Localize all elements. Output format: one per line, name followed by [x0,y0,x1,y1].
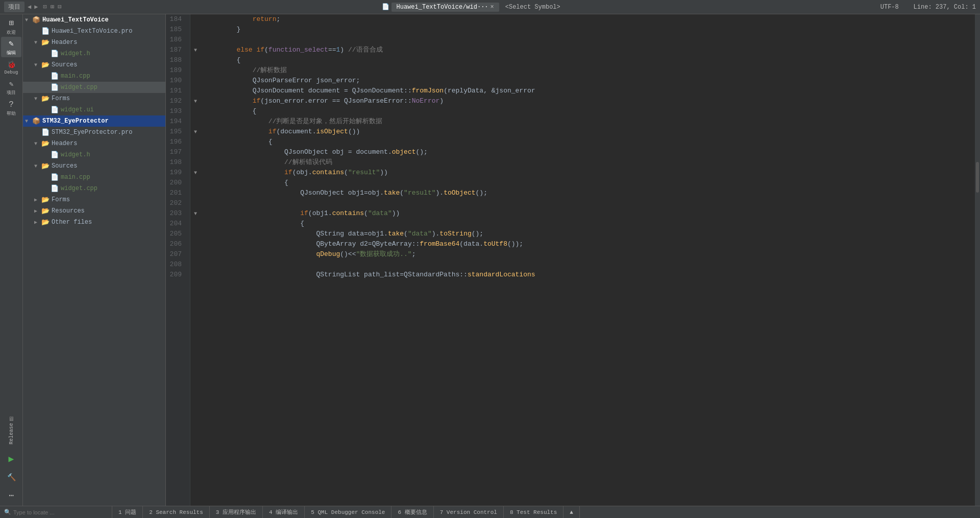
stm32-project-label: STM32_EyeProtector [42,117,109,125]
tree-item-main-cpp1[interactable]: 📄 main.cpp [23,70,165,82]
sidebar-item-help[interactable]: ? 帮助 [1,98,21,119]
search-area[interactable]: 🔍 [0,506,112,518]
tree-item-widget-h1[interactable]: 📄 widget.h [23,48,165,59]
line-202: 202 [166,198,186,208]
edit-label: 编辑 [7,50,16,56]
tree-item-widget-cpp1[interactable]: 📄 widget.cpp [23,82,165,93]
line-208: 208 [166,260,186,270]
line-209: 209 [166,270,186,280]
widget-h2-label: widget.h [61,151,90,158]
tree-item-otherfiles2[interactable]: ▶ 📂 Other files [23,217,165,228]
tab-qml-console[interactable]: 5 QML Debugger Console [305,506,391,518]
build-button[interactable]: 🔨 [3,469,19,485]
collapse-199[interactable]: ▼ [190,168,201,178]
tab-up-arrow[interactable]: ▲ [564,506,580,518]
h2-file-icon: 📄 [51,151,59,159]
tree-item-huawei-project[interactable]: ▼ 📦 Huawei_TextToVoice [23,14,165,26]
active-tab[interactable]: Huawei_TextToVoice/wid··· × [391,3,499,12]
tab-app-output[interactable]: 3 应用程序输出 [210,506,263,518]
more-button[interactable]: ⋯ [3,487,19,504]
code-line-186 [205,35,975,45]
line-207: 207 [166,249,186,260]
tree-item-widget-cpp2[interactable]: 📄 widget.cpp [23,183,165,194]
sources1-label: Sources [52,61,77,68]
project-dropdown[interactable]: 项目 [4,2,24,12]
top-bar-left: 项目 ◀ ▶ ⊡ ⊞ ⊟ [4,2,62,12]
ui-file-icon: 📄 [51,106,59,114]
code-line-184: return; [205,14,975,25]
line-194: 194 [166,116,186,127]
line-193: 193 [166,106,186,116]
code-line-195: if(document.isObject()) [205,127,975,137]
code-line-196: { [205,137,975,147]
code-line-209: QStringList path_list=QStandardPaths::st… [205,270,975,280]
tree-item-headers2[interactable]: ▼ 📂 Headers [23,138,165,149]
sidebar-item-edit[interactable]: ✎ 编辑 [1,37,21,57]
tab-search-results[interactable]: 2 Search Results [143,506,210,518]
huawei-project-label: Huawei_TextToVoice [42,16,109,23]
search-input[interactable] [13,509,108,515]
tree-item-forms2[interactable]: ▶ 📂 Forms [23,194,165,205]
release-label[interactable]: Release [9,423,14,444]
tab-compile-output[interactable]: 4 编译输出 [263,506,305,518]
project-folder-icon: 📦 [32,16,40,24]
arrow-icon: ▼ [34,163,41,169]
help-icon: ? [9,100,14,109]
huawei-pro-label: Huawei_TextToVoice.pro [52,28,132,35]
line-203: 203 [166,208,186,219]
code-line-194: //判断是否是对象，然后开始解析数据 [205,116,975,127]
tree-item-sources1[interactable]: ▼ 📂 Sources [23,59,165,70]
code-line-190: QJsonParseError json_error; [205,76,975,86]
edit-icon: ✎ [9,38,14,49]
tab-test-results[interactable]: 8 Test Results [504,506,564,518]
line-201: 201 [166,188,186,198]
nav-back[interactable]: ◀ [28,3,31,11]
tree-item-widget-ui1[interactable]: 📄 widget.ui [23,104,165,115]
arrow-icon: ▼ [34,141,41,147]
tree-item-main-cpp2[interactable]: 📄 main.cpp [23,172,165,183]
scrollbar-thumb[interactable] [976,162,979,193]
collapse-192[interactable]: ▼ [190,96,201,106]
code-line-204: { [205,219,975,229]
code-line-187: else if(function_select==1) //语音合成 [205,45,975,55]
tab-close-icon[interactable]: × [491,4,494,11]
arrow-icon: ▼ [25,17,32,23]
nav-forward[interactable]: ▶ [34,3,38,11]
collapse-187[interactable]: ▼ [190,45,201,55]
line-196: 196 [166,137,186,147]
sidebar-item-project[interactable]: ✎ 项目 [1,78,21,98]
tree-item-huawei-pro[interactable]: 📄 Huawei_TextToVoice.pro [23,26,165,37]
sidebar-item-debug[interactable]: 🐞 Debug [1,57,21,78]
line-187: 187 [166,45,186,55]
tree-item-resources2[interactable]: ▶ 📂 Resources [23,205,165,217]
line-190: 190 [166,76,186,86]
tree-item-widget-h2[interactable]: 📄 widget.h [23,149,165,160]
right-scrollbar[interactable] [975,14,980,506]
tree-item-sources2[interactable]: ▼ 📂 Sources [23,160,165,172]
top-bar-right: UTF-8 Line: 237, Col: 1 [880,4,976,11]
tab-problems[interactable]: 1 问题 [112,506,143,518]
arrow-icon: ▼ [34,96,41,102]
line-195: 195 [166,127,186,137]
code-line-198: //解析错误代码 [205,157,975,168]
run-button[interactable]: ▶ [3,451,19,467]
tree-item-stm32-pro[interactable]: 📄 STM32_EyeProtector.pro [23,127,165,138]
code-line-197: QJsonObject obj = document.object(); [205,147,975,157]
code-line-200: { [205,178,975,188]
grid-icon: ⊞ [9,18,14,28]
tab-version-control[interactable]: 7 Version Control [434,506,504,518]
top-bar-center: 📄 Huawei_TextToVoice/wid··· × <Select Sy… [382,3,560,12]
tree-item-stm32-project[interactable]: ▼ 📦 STM32_EyeProtector [23,115,165,127]
tab-general-messages[interactable]: 6 概要信息 [391,506,433,518]
collapse-195[interactable]: ▼ [190,127,201,137]
line-numbers: 184 185 186 187 188 189 190 191 192 193 … [166,14,190,506]
select-symbol[interactable]: <Select Symbol> [505,4,560,11]
code-line-202 [205,198,975,208]
tree-item-headers1[interactable]: ▼ 📂 Headers [23,37,165,48]
tree-item-forms1[interactable]: ▼ 📂 Forms [23,93,165,104]
otherfiles2-label: Other files [52,219,92,226]
search-icon: 🔍 [4,509,11,515]
collapse-203[interactable]: ▼ [190,208,201,219]
sidebar-item-welcome[interactable]: ⊞ 欢迎 [1,16,21,37]
code-content[interactable]: return; } else if(function_select==1) //… [201,14,975,506]
